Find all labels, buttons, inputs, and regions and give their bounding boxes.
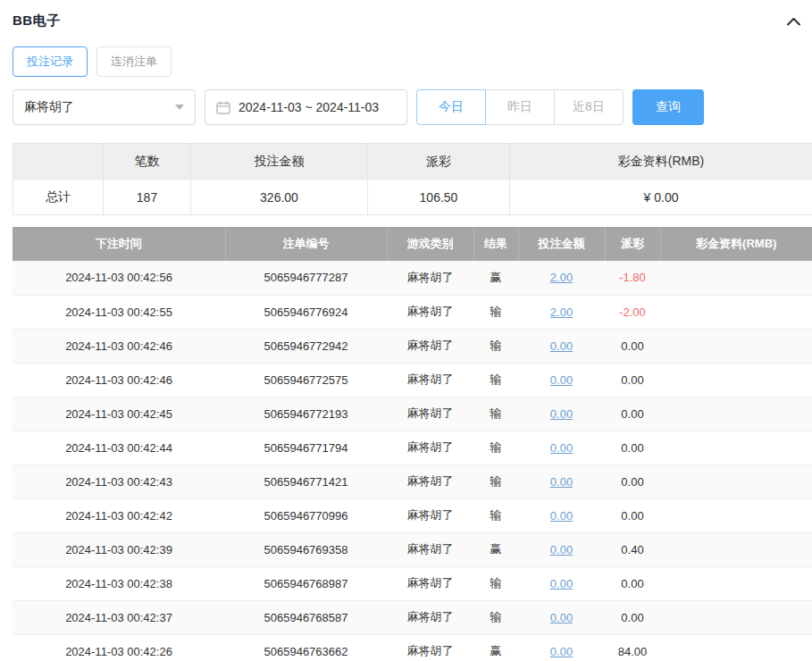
jackpot-cell bbox=[660, 329, 812, 363]
order-id-cell: 5065946770996 bbox=[225, 498, 387, 532]
summary-header-count: 笔数 bbox=[104, 144, 191, 180]
game-type-cell: 麻将胡了 bbox=[387, 431, 473, 464]
table-row: 2024-11-03 00:42:45 5065946772193 麻将胡了 输… bbox=[13, 397, 812, 431]
jackpot-cell bbox=[660, 363, 812, 397]
result-cell: 输 bbox=[473, 295, 518, 329]
bet-time-cell: 2024-11-03 00:42:43 bbox=[13, 464, 225, 498]
bet-time-cell: 2024-11-03 00:42:38 bbox=[13, 566, 225, 600]
jackpot-cell bbox=[660, 532, 812, 566]
game-type-cell: 麻将胡了 bbox=[387, 261, 473, 295]
date-range-picker[interactable]: 2024-11-03 ~ 2024-11-03 bbox=[205, 89, 407, 125]
collapse-button[interactable] bbox=[784, 14, 803, 29]
payout-cell: 0.00 bbox=[605, 600, 660, 634]
jackpot-cell bbox=[660, 295, 812, 329]
col-header-bet-amount: 投注金额 bbox=[518, 227, 605, 261]
result-cell: 输 bbox=[473, 566, 518, 600]
bet-amount-link[interactable]: 0.00 bbox=[550, 475, 573, 489]
table-row: 2024-11-03 00:42:38 5065946768987 麻将胡了 输… bbox=[13, 566, 812, 600]
summary-header-row: 笔数 投注金额 派彩 彩金资料(RMB) bbox=[13, 144, 812, 180]
col-header-order-id: 注单编号 bbox=[225, 227, 387, 261]
last-8-days-button[interactable]: 近8日 bbox=[554, 89, 624, 125]
payout-cell: 0.00 bbox=[605, 498, 660, 532]
result-cell: 输 bbox=[473, 329, 518, 363]
payout-cell: 0.00 bbox=[605, 431, 660, 464]
bet-amount-link[interactable]: 0.00 bbox=[550, 441, 573, 455]
bet-records-table: 下注时间 注单编号 游戏类别 结果 投注金额 派彩 彩金资料(RMB) 2024… bbox=[13, 227, 812, 661]
bet-time-cell: 2024-11-03 00:42:45 bbox=[13, 397, 225, 431]
table-row: 2024-11-03 00:42:46 5065946772942 麻将胡了 输… bbox=[13, 329, 812, 363]
bet-amount-cell: 0.00 bbox=[518, 397, 605, 431]
payout-cell: 0.00 bbox=[605, 566, 660, 600]
calendar-icon bbox=[216, 101, 230, 114]
payout-cell: -2.00 bbox=[605, 295, 660, 329]
chevron-up-icon bbox=[786, 16, 801, 27]
summary-header-jackpot: 彩金资料(RMB) bbox=[510, 144, 812, 180]
quick-date-buttons: 今日 昨日 近8日 bbox=[416, 89, 624, 125]
search-button[interactable]: 查询 bbox=[632, 89, 704, 125]
tab-chain-bets[interactable]: 连消注单 bbox=[96, 46, 172, 77]
order-id-cell: 5065946772193 bbox=[225, 397, 387, 431]
summary-payout-value: 106.50 bbox=[368, 180, 510, 215]
order-id-cell: 5065946769358 bbox=[225, 532, 387, 566]
tab-betting-records[interactable]: 投注记录 bbox=[13, 46, 88, 77]
summary-header-bet-amount: 投注金额 bbox=[191, 144, 368, 180]
bet-time-cell: 2024-11-03 00:42:37 bbox=[13, 600, 225, 634]
bet-amount-link[interactable]: 2.00 bbox=[550, 271, 573, 284]
result-cell: 输 bbox=[473, 600, 518, 634]
table-row: 2024-11-03 00:42:42 5065946770996 麻将胡了 输… bbox=[13, 498, 812, 532]
order-id-cell: 5065946771794 bbox=[225, 431, 387, 464]
bet-time-cell: 2024-11-03 00:42:46 bbox=[13, 363, 225, 397]
bet-amount-cell: 0.00 bbox=[518, 464, 605, 498]
payout-cell: 0.00 bbox=[605, 329, 660, 363]
payout-cell: 0.00 bbox=[605, 464, 660, 498]
bet-amount-link[interactable]: 0.00 bbox=[550, 645, 573, 658]
bet-amount-cell: 0.00 bbox=[518, 532, 605, 566]
bet-amount-cell: 0.00 bbox=[518, 634, 605, 661]
summary-total-row: 总计 187 326.00 106.50 ¥ 0.00 bbox=[13, 180, 812, 215]
jackpot-cell bbox=[660, 600, 812, 634]
game-type-cell: 麻将胡了 bbox=[387, 498, 473, 532]
yesterday-button[interactable]: 昨日 bbox=[485, 89, 555, 125]
jackpot-cell bbox=[660, 431, 812, 464]
order-id-cell: 5065946772942 bbox=[225, 329, 387, 363]
table-row: 2024-11-03 00:42:43 5065946771421 麻将胡了 输… bbox=[13, 464, 812, 498]
table-row: 2024-11-03 00:42:37 5065946768587 麻将胡了 输… bbox=[13, 600, 812, 634]
bet-amount-link[interactable]: 0.00 bbox=[550, 611, 573, 624]
bet-amount-link[interactable]: 0.00 bbox=[550, 577, 573, 590]
result-cell: 输 bbox=[473, 363, 518, 397]
bet-amount-link[interactable]: 0.00 bbox=[550, 407, 573, 421]
bet-amount-link[interactable]: 0.00 bbox=[550, 509, 573, 523]
summary-count-value: 187 bbox=[104, 180, 191, 215]
jackpot-cell bbox=[660, 634, 812, 661]
game-type-cell: 麻将胡了 bbox=[387, 532, 473, 566]
bet-time-cell: 2024-11-03 00:42:44 bbox=[13, 431, 225, 464]
table-row: 2024-11-03 00:42:55 5065946776924 麻将胡了 输… bbox=[13, 295, 812, 329]
col-header-bet-time: 下注时间 bbox=[13, 227, 225, 261]
bet-time-cell: 2024-11-03 00:42:39 bbox=[13, 532, 225, 566]
bet-amount-cell: 2.00 bbox=[518, 295, 605, 329]
order-id-cell: 5065946772575 bbox=[225, 363, 387, 397]
bet-amount-link[interactable]: 0.00 bbox=[550, 373, 573, 387]
game-type-cell: 麻将胡了 bbox=[387, 363, 473, 397]
col-header-jackpot: 彩金资料(RMB) bbox=[660, 227, 812, 261]
order-id-cell: 5065946776924 bbox=[225, 295, 387, 329]
bet-time-cell: 2024-11-03 00:42:46 bbox=[13, 329, 225, 363]
order-id-cell: 5065946768587 bbox=[225, 600, 387, 634]
bet-amount-link[interactable]: 2.00 bbox=[550, 305, 573, 319]
order-id-cell: 5065946771421 bbox=[225, 464, 387, 498]
bet-time-cell: 2024-11-03 00:42:55 bbox=[13, 295, 225, 329]
today-button[interactable]: 今日 bbox=[416, 89, 486, 125]
bet-amount-link[interactable]: 0.00 bbox=[550, 339, 573, 353]
bet-time-cell: 2024-11-03 00:42:42 bbox=[13, 498, 225, 532]
payout-cell: 0.00 bbox=[605, 397, 660, 431]
jackpot-cell bbox=[660, 397, 812, 431]
order-id-cell: 5065946763662 bbox=[225, 634, 387, 661]
payout-cell: -1.80 bbox=[605, 261, 660, 295]
table-row: 2024-11-03 00:42:44 5065946771794 麻将胡了 输… bbox=[13, 431, 812, 464]
bet-amount-link[interactable]: 0.00 bbox=[550, 543, 573, 556]
record-tabs: 投注记录 连消注单 bbox=[13, 46, 812, 77]
bet-amount-cell: 0.00 bbox=[518, 498, 605, 532]
result-cell: 赢 bbox=[473, 261, 518, 295]
result-cell: 赢 bbox=[473, 634, 518, 661]
game-select[interactable]: 麻将胡了 bbox=[13, 89, 196, 125]
